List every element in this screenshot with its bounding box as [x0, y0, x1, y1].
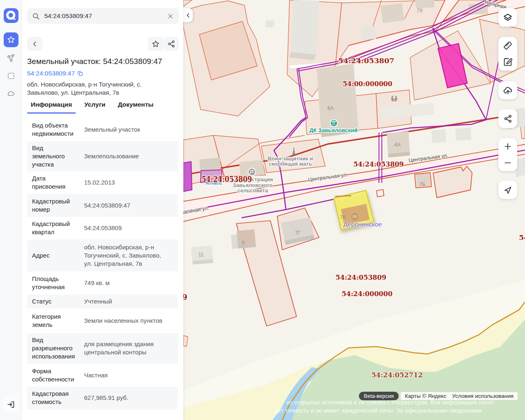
- table-row: Вид разрешенного использованиядля размещ…: [27, 333, 178, 364]
- row-value: 54:24:053809:47: [84, 201, 173, 210]
- row-label: Дата присвоения: [32, 174, 81, 191]
- collapse-sidebar-button[interactable]: [183, 8, 193, 22]
- nspd-logo-icon: [4, 8, 18, 23]
- chevron-left-icon: [32, 41, 38, 47]
- map[interactable]: ДК ЗавьяловскийВоин-защитник искорбящая …: [183, 0, 525, 420]
- share-icon: [167, 40, 176, 48]
- cadastral-label: 54:24:052712: [372, 371, 423, 379]
- row-value: обл. Новосибирская, р-н Тогучинский, с. …: [84, 243, 173, 268]
- cadastral-number-link[interactable]: 54:24:053809:47: [27, 70, 83, 77]
- attributes-table: Вид объекта недвижимостиЗемельный участо…: [27, 120, 178, 409]
- share-map-button[interactable]: [498, 109, 517, 128]
- row-value: Учтенный: [84, 297, 173, 306]
- draw-button[interactable]: [498, 54, 517, 70]
- label-administration: сельсовета: [237, 187, 268, 194]
- rail-select-area-button[interactable]: [4, 68, 18, 83]
- row-value: Земли населенных пунктов: [84, 317, 173, 325]
- row-value: 749 кв. м: [84, 279, 173, 287]
- navigation-arrow-icon: [503, 185, 513, 195]
- cadastral-label: 54:24:053807: [338, 57, 395, 65]
- zoom-out-button[interactable]: [498, 155, 517, 171]
- row-value: 54:24:053809: [84, 224, 173, 232]
- row-label: Площадь уточненная: [32, 275, 81, 291]
- object-toolbar: [27, 37, 179, 51]
- layers-icon: [502, 12, 513, 23]
- clear-search-icon[interactable]: [167, 13, 174, 20]
- app-rail: [0, 0, 22, 420]
- sidebar: Земельный участок: 54:24:053809:47 54:24…: [22, 0, 183, 420]
- layers-button[interactable]: [498, 8, 517, 27]
- application: Земельный участок: 54:24:053809:47 54:24…: [0, 0, 525, 420]
- disclaimer-line-1: из открытых источников и не связан с Рос…: [287, 399, 494, 406]
- row-label: Адрес: [32, 251, 81, 260]
- tab-services[interactable]: Услуги: [81, 101, 110, 114]
- table-row: Площадь уточненная749 кв. м: [27, 272, 178, 294]
- cadastral-label: 54:24:053809: [354, 160, 404, 168]
- cadastral-number-text[interactable]: 54:24:053809:47: [27, 70, 75, 77]
- cadastral-label: 54:24:000000: [342, 290, 393, 298]
- table-row: Кадастровый квартал54:24:053809: [27, 217, 178, 240]
- measure-button[interactable]: [498, 37, 517, 54]
- row-value: 627,985.91 руб.: [84, 394, 173, 402]
- label-house-9: 9: [242, 240, 245, 246]
- culture-poi-icon: [330, 119, 337, 126]
- tab-information[interactable]: Информация: [27, 101, 76, 114]
- object-title: Земельный участок: 54:24:053809:47: [27, 57, 178, 66]
- copy-icon[interactable]: [77, 70, 83, 77]
- cadastral-label: 9: [183, 292, 187, 301]
- star-icon: [7, 35, 16, 44]
- graph-nodes-icon: [6, 53, 16, 63]
- row-label: Категория земель: [32, 313, 81, 329]
- rail-favorites-button[interactable]: [4, 32, 18, 47]
- row-label: Кадастровый номер: [32, 197, 81, 214]
- login-icon: [7, 400, 16, 409]
- plus-icon: [503, 142, 512, 151]
- search-box: [27, 8, 179, 24]
- selection-area-icon: [7, 71, 16, 80]
- cadastral-label: 54:00:000000: [343, 80, 393, 88]
- row-label: Вид земельного участка: [32, 144, 81, 169]
- table-row: Адресобл. Новосибирская, р-н Тогучинский…: [27, 240, 178, 272]
- rail-cloud-button[interactable]: [4, 86, 18, 101]
- edit-icon: [503, 57, 513, 67]
- share-button[interactable]: [164, 37, 179, 51]
- rail-layers-graph-button[interactable]: [4, 51, 18, 66]
- table-row: Категория земельЗемли населенных пунктов: [27, 308, 178, 333]
- zoom-in-button[interactable]: [498, 138, 517, 155]
- upload-button[interactable]: [498, 81, 517, 99]
- minus-icon: [503, 158, 512, 167]
- row-value: 15.02.2013: [84, 178, 173, 187]
- label-house-7b: 7Б: [419, 182, 425, 187]
- row-label: Форма собственности: [32, 367, 81, 383]
- locate-button[interactable]: [498, 180, 517, 199]
- cadastral-label: 54: [519, 233, 525, 242]
- row-value: Частная: [84, 371, 173, 379]
- table-row: Кадастровая стоимость627,985.91 руб.: [27, 387, 178, 410]
- search-input[interactable]: [43, 12, 167, 20]
- row-label: Кадастровая стоимость: [32, 390, 81, 406]
- label-settlement: Деронинское: [343, 221, 382, 228]
- label-house-7v: 7В: [340, 215, 346, 220]
- map-canvas: ДК ЗавьяловскийВоин-защитник искорбящая …: [183, 0, 525, 420]
- tab-documents[interactable]: Документы: [114, 101, 157, 114]
- app-logo[interactable]: [4, 8, 18, 23]
- login-button[interactable]: [3, 397, 19, 412]
- label-house-6a: 6А: [327, 105, 334, 111]
- back-button[interactable]: [27, 37, 42, 51]
- table-row: Дата присвоения15.02.2013: [27, 171, 178, 194]
- cloud-icon: [7, 89, 16, 98]
- label-house-7g: 7Г: [295, 230, 301, 236]
- object-address: обл. Новосибирская, р-н Тогучинский, с. …: [27, 80, 175, 97]
- row-label: Вид объекта недвижимости: [32, 121, 81, 138]
- measure-edit-group: [498, 37, 517, 71]
- share-icon: [503, 114, 513, 123]
- favorite-button[interactable]: [148, 37, 163, 51]
- terms-of-use-link[interactable]: Условия использования: [452, 393, 514, 399]
- cadastral-label: 54:24:053809: [336, 273, 386, 281]
- table-row: Вид земельного участкаЗемлепользование: [27, 141, 178, 171]
- yandex-copyright[interactable]: Карты © Яндекс: [405, 393, 446, 399]
- disclaimer-line-2: ует точность и не имеет юридической силы…: [275, 407, 482, 414]
- settlement-poi-icon: [351, 212, 359, 221]
- chevron-left-icon: [185, 13, 191, 18]
- row-value: для размещения здания центральной контор…: [84, 340, 173, 356]
